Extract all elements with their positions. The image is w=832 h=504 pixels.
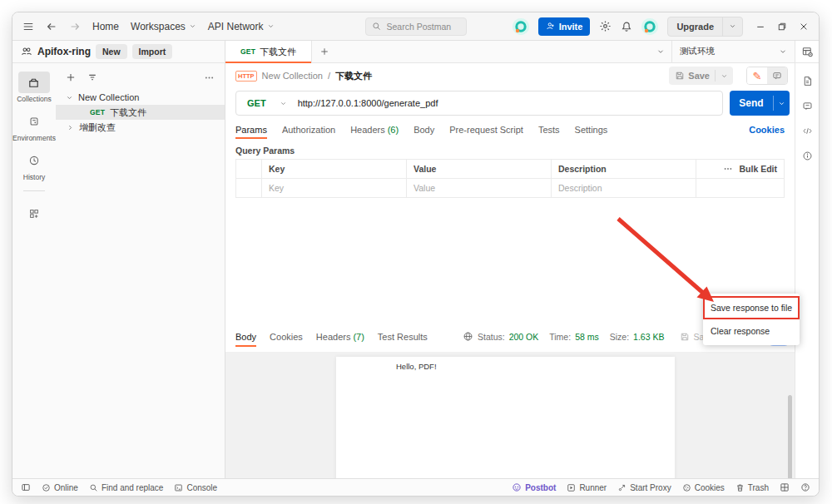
start-proxy-button[interactable]: Start Proxy bbox=[617, 483, 671, 492]
tab-tests[interactable]: Tests bbox=[538, 118, 560, 141]
globe-icon[interactable] bbox=[463, 331, 473, 342]
scrollbar[interactable] bbox=[788, 395, 792, 479]
console-icon bbox=[174, 483, 183, 492]
rail-collections[interactable]: Collections bbox=[17, 72, 52, 103]
tree-more-icon[interactable] bbox=[204, 72, 215, 83]
chevron-down-icon[interactable] bbox=[723, 22, 742, 30]
breadcrumb-separator: / bbox=[328, 71, 330, 81]
invite-button[interactable]: Invite bbox=[538, 17, 591, 36]
main-pane: GET 下载文件 测试环境 HTTP Ne bbox=[225, 41, 795, 478]
status-value: 200 OK bbox=[509, 332, 539, 342]
documentation-button[interactable] bbox=[802, 76, 813, 86]
resp-tab-headers[interactable]: Headers(7) bbox=[316, 325, 364, 348]
tab-settings[interactable]: Settings bbox=[575, 118, 608, 141]
comment-icon[interactable] bbox=[767, 67, 787, 84]
import-button[interactable]: Import bbox=[132, 44, 173, 59]
breadcrumb-request-name[interactable]: 下载文件 bbox=[335, 70, 372, 82]
online-status[interactable]: Online bbox=[42, 483, 78, 492]
save-options-chevron-icon[interactable] bbox=[716, 72, 733, 80]
table-row: Key Value Description bbox=[235, 178, 785, 198]
notifications-bell-icon[interactable] bbox=[621, 21, 632, 32]
user-avatar[interactable] bbox=[641, 18, 658, 35]
value-input[interactable]: Value bbox=[406, 179, 551, 197]
trash-button[interactable]: Trash bbox=[735, 483, 769, 492]
resp-tab-test-results[interactable]: Test Results bbox=[378, 325, 428, 348]
filter-icon[interactable] bbox=[87, 72, 97, 82]
hamburger-menu-icon[interactable] bbox=[22, 21, 34, 32]
workspace-avatar[interactable] bbox=[513, 18, 529, 35]
workspace-name[interactable]: Apifox-ring bbox=[37, 46, 91, 57]
send-button[interactable]: Send bbox=[730, 91, 790, 116]
comments-button[interactable] bbox=[802, 101, 813, 111]
nav-api-network[interactable]: API Network bbox=[208, 21, 275, 32]
search-box[interactable] bbox=[365, 17, 467, 36]
rail-environments[interactable]: Environments bbox=[12, 111, 56, 142]
cookies-link[interactable]: Cookies bbox=[749, 125, 785, 135]
minimize-button[interactable] bbox=[755, 22, 765, 32]
maximize-button[interactable] bbox=[777, 22, 787, 32]
resp-tab-cookies[interactable]: Cookies bbox=[270, 325, 303, 348]
tab-overflow-button[interactable] bbox=[650, 41, 671, 62]
menu-item-clear-response[interactable]: Clear response bbox=[703, 319, 800, 343]
tree-item-folder[interactable]: 增删改查 bbox=[56, 120, 225, 135]
send-options-chevron-icon[interactable] bbox=[774, 100, 790, 107]
rail-history[interactable]: History bbox=[18, 150, 50, 181]
tab-params[interactable]: Params bbox=[235, 118, 267, 141]
tab-request[interactable]: GET 下载文件 bbox=[225, 41, 312, 62]
table-header-row: Key Value Description Bulk Edit bbox=[235, 159, 785, 179]
grid-panel-icon bbox=[780, 482, 790, 492]
statusbar: Online Find and replace Console Postbot … bbox=[12, 478, 819, 496]
new-tab-button[interactable] bbox=[312, 41, 337, 62]
info-button[interactable] bbox=[802, 151, 813, 161]
breadcrumb-parent[interactable]: New Collection bbox=[262, 71, 323, 81]
menu-item-save-response-to-file[interactable]: Save response to file bbox=[703, 296, 800, 319]
console-button[interactable]: Console bbox=[174, 483, 217, 492]
rail-configure-blocks[interactable] bbox=[18, 203, 50, 225]
titlebar: Home Workspaces API Network Invite bbox=[12, 12, 819, 41]
tab-authorization[interactable]: Authorization bbox=[282, 118, 335, 141]
nav-workspaces[interactable]: Workspaces bbox=[131, 21, 196, 32]
invite-person-icon bbox=[546, 22, 555, 31]
new-button[interactable]: New bbox=[96, 44, 127, 59]
close-button[interactable] bbox=[799, 22, 809, 32]
toggle-sidebar-button[interactable] bbox=[21, 482, 31, 492]
resp-tab-body[interactable]: Body bbox=[235, 325, 256, 348]
upgrade-button[interactable]: Upgrade bbox=[667, 17, 743, 37]
bottom-panel-button[interactable] bbox=[780, 482, 790, 492]
proxy-icon bbox=[617, 483, 626, 492]
chevron-down-icon bbox=[779, 47, 787, 56]
code-snippet-button[interactable] bbox=[802, 126, 813, 136]
url-input[interactable]: http://127.0.0.1:8000/generate_pdf bbox=[298, 98, 438, 108]
search-input[interactable] bbox=[385, 21, 457, 32]
postman-window: Home Workspaces API Network Invite bbox=[12, 12, 820, 497]
rename-pencil-icon[interactable]: ✎ bbox=[747, 67, 767, 84]
runner-button[interactable]: Runner bbox=[567, 483, 607, 492]
environment-quick-look-button[interactable] bbox=[795, 41, 819, 63]
save-button[interactable]: Save bbox=[669, 67, 733, 85]
tab-pre-request-script[interactable]: Pre-request Script bbox=[449, 118, 523, 141]
bulk-edit-button[interactable]: Bulk Edit bbox=[739, 164, 777, 174]
more-icon[interactable] bbox=[723, 164, 733, 174]
nav-home[interactable]: Home bbox=[92, 21, 119, 32]
cookie-icon bbox=[682, 483, 691, 492]
add-collection-icon[interactable] bbox=[66, 72, 76, 82]
tab-headers[interactable]: Headers(6) bbox=[350, 118, 399, 141]
rail-divider bbox=[23, 190, 45, 191]
environment-selector[interactable]: 测试环境 bbox=[671, 41, 795, 62]
method-selector[interactable]: GET bbox=[236, 98, 298, 108]
help-button[interactable] bbox=[800, 482, 810, 492]
description-input[interactable]: Description bbox=[551, 179, 696, 197]
col-description: Description bbox=[551, 160, 696, 178]
find-and-replace-button[interactable]: Find and replace bbox=[89, 483, 164, 492]
forward-arrow-icon[interactable] bbox=[69, 21, 81, 32]
tree-item-collection[interactable]: New Collection bbox=[56, 90, 225, 105]
back-arrow-icon[interactable] bbox=[46, 21, 57, 32]
cookies-button[interactable]: Cookies bbox=[682, 483, 725, 492]
postbot-button[interactable]: Postbot bbox=[512, 482, 556, 492]
settings-gear-icon[interactable] bbox=[599, 20, 612, 32]
save-floppy-icon bbox=[680, 332, 690, 342]
collections-tree: New Collection GET 下载文件 增删改查 bbox=[56, 63, 225, 478]
tab-body[interactable]: Body bbox=[414, 118, 434, 141]
key-input[interactable]: Key bbox=[261, 179, 406, 197]
tree-item-request[interactable]: GET 下载文件 bbox=[56, 105, 225, 120]
